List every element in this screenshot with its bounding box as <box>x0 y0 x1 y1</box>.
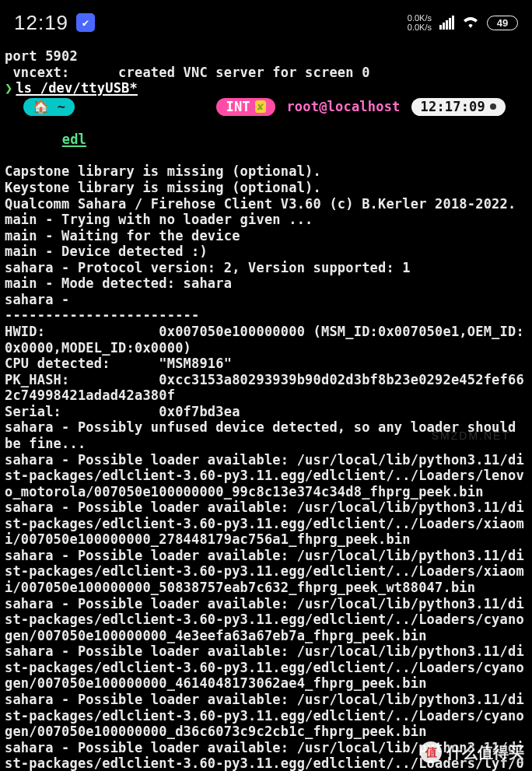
net-up: 0.0K/s <box>408 13 432 23</box>
app-notification-icon: ✔ <box>76 13 95 32</box>
signal-x-icon: ✘ <box>255 100 267 113</box>
command-input[interactable]: ls /dev/ttyUSB* <box>16 80 138 96</box>
terminal-line: sahara - Possible loader available: /usr… <box>5 596 527 644</box>
powerline-status: 🏠 ~ INT ✘ root@localhost 12:17:09 <box>5 98 527 116</box>
terminal-line: port 5902 <box>5 48 527 65</box>
watermark-text: 什么值得买 <box>446 742 524 763</box>
status-bar-right: 0.0K/s 0.0K/s 49 <box>408 13 518 32</box>
status-bar-left: 12:19 ✔ <box>14 11 95 35</box>
time-value: 12:17:09 <box>421 99 485 114</box>
terminal-line: Capstone library is missing (optional). <box>5 163 527 180</box>
clock: 12:19 <box>14 11 68 35</box>
wifi-icon <box>462 14 479 32</box>
terminal-line: sahara - Possible loader available: /usr… <box>5 499 527 548</box>
terminal-line: Serial: 0x0f7bd3ea <box>5 404 527 420</box>
clock-dot-icon <box>490 103 496 110</box>
prompt-symbol: ❯ <box>5 80 12 96</box>
terminal-line: PK_HASH: 0xcc3153a80293939b90d02d3bf8b23… <box>5 372 527 404</box>
terminal-line: sahara - Possible loader available: /usr… <box>5 548 527 596</box>
edl-label: edl <box>62 131 86 147</box>
signal-icon <box>439 16 454 30</box>
terminal-line: ------------------------ <box>5 307 527 324</box>
watermark: 值 什么值得买 <box>420 741 524 763</box>
terminal-line: sahara - Possible loader available: /usr… <box>5 692 527 740</box>
time-segment: 12:17:09 <box>411 98 506 116</box>
terminal-line: main - Device detected :) <box>5 244 527 260</box>
terminal-line: main - Trying with no loader given ... <box>5 212 527 228</box>
battery-indicator: 49 <box>487 16 518 30</box>
terminal[interactable]: port 5902 vncext: created VNC server for… <box>0 42 532 771</box>
terminal-line: main - Waiting for the device <box>5 228 527 244</box>
terminal-line: main - Mode detected: sahara <box>5 275 527 292</box>
watermark-badge-icon: 值 <box>420 741 442 763</box>
signal-label: INT <box>226 99 250 114</box>
prompt-line[interactable]: ❯ ls /dev/ttyUSB* <box>5 80 527 96</box>
edl-line: edl <box>5 116 527 164</box>
net-down: 0.0K/s <box>408 23 432 32</box>
watermark-small: SMZDM.NET <box>432 429 510 442</box>
terminal-line: CPU detected: "MSM8916" <box>5 356 527 372</box>
network-speed: 0.0K/s 0.0K/s <box>408 13 432 32</box>
terminal-line: sahara - Possible loader available: /usr… <box>5 452 527 500</box>
user-host-segment: root@localhost <box>286 99 400 114</box>
terminal-line: Qualcomm Sahara / Firehose Client V3.60 … <box>5 196 527 212</box>
terminal-line: sahara - <box>5 292 527 308</box>
terminal-line: sahara - Protocol version: 2, Version su… <box>5 260 527 276</box>
signal-segment: INT ✘ <box>216 98 275 116</box>
terminal-output-pre: port 5902 vncext: created VNC server for… <box>5 48 527 80</box>
terminal-line: HWID: 0x007050e100000000 (MSM_ID:0x00705… <box>5 324 527 356</box>
status-bar: 12:19 ✔ 0.0K/s 0.0K/s 49 <box>0 0 532 42</box>
terminal-line: Keystone library is missing (optional). <box>5 180 527 196</box>
terminal-output: Capstone library is missing (optional).K… <box>5 163 527 771</box>
terminal-line: vncext: created VNC server for screen 0 <box>5 65 527 81</box>
cwd-segment: 🏠 ~ <box>23 98 75 116</box>
terminal-line: sahara - Possible loader available: /usr… <box>5 643 527 692</box>
